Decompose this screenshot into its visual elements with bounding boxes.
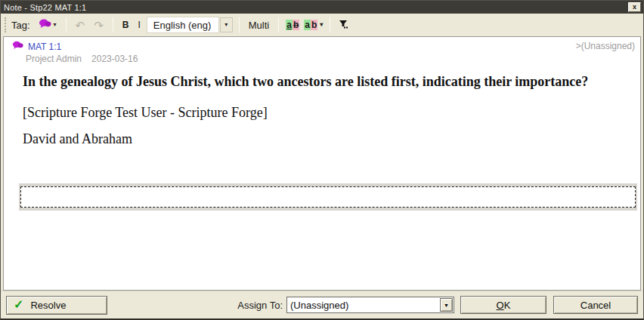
cancel-label: Cancel xyxy=(581,300,611,311)
filter-icon xyxy=(339,20,348,31)
assign-to-value: (Unassigned) xyxy=(287,300,440,311)
titlebar[interactable]: Note - Stp22 MAT 1:1 x xyxy=(1,1,643,14)
check-icon: ✓ xyxy=(14,299,23,311)
cancel-button[interactable]: Cancel xyxy=(553,296,638,314)
toolbar-separator xyxy=(330,17,330,32)
note-date: 2023-03-16 xyxy=(91,54,138,64)
remove-formatting-button[interactable]: ab xyxy=(283,18,302,32)
dialog-footer: ✓ Resolve Assign To: (Unassigned) ▼ OK C… xyxy=(1,291,643,318)
assign-to-label: Assign To: xyxy=(237,300,283,311)
language-select[interactable]: English (eng) ▾ xyxy=(147,17,233,33)
undo-icon: ↶ xyxy=(76,20,85,31)
note-toolbar: Tag: ▾ ↶ ↷ B I English (eng) xyxy=(1,14,643,36)
chevron-down-icon: ▾ xyxy=(320,22,323,28)
tag-comment-icon xyxy=(39,19,51,31)
toolbar-separator xyxy=(113,17,113,32)
assigned-status: >(Unassigned) xyxy=(576,41,635,51)
redo-icon: ↷ xyxy=(94,20,104,31)
redo-button[interactable]: ↷ xyxy=(89,18,108,32)
undo-button[interactable]: ↶ xyxy=(71,18,90,32)
language-value: English (eng) xyxy=(147,17,219,33)
reply-area xyxy=(19,183,637,211)
note-content-pane: MAT 1:1 >(Unassigned) Project Admin 2023… xyxy=(3,36,641,291)
bold-icon: B xyxy=(122,20,129,30)
window-title: Note - Stp22 MAT 1:1 xyxy=(4,3,628,12)
note-reference: MAT 1:1 xyxy=(12,41,61,52)
close-icon: x xyxy=(633,4,636,11)
multi-button[interactable]: Multi xyxy=(244,18,274,32)
dropdown-arrow-icon: ▼ xyxy=(444,303,449,308)
note-dialog-window: Note - Stp22 MAT 1:1 x Tag: ▾ ↶ ↷ xyxy=(0,0,644,320)
note-byline: Project Admin 2023-03-16 xyxy=(4,54,640,64)
toolbar-separator xyxy=(239,17,240,32)
question-text: In the genealogy of Jesus Christ, which … xyxy=(23,69,627,94)
resolve-button[interactable]: ✓ Resolve xyxy=(6,296,107,315)
bold-button[interactable]: B xyxy=(118,18,134,32)
close-button[interactable]: x xyxy=(628,2,641,12)
tag-label: Tag: xyxy=(11,20,30,31)
note-header: MAT 1:1 >(Unassigned) xyxy=(4,37,640,52)
chevron-down-icon: ▾ xyxy=(54,22,57,28)
remove-formatting-icon: ab xyxy=(286,20,299,30)
chevron-down-icon: ▾ xyxy=(224,22,228,28)
note-icon xyxy=(12,41,23,52)
reply-input[interactable] xyxy=(20,186,636,208)
language-dropdown-button[interactable]: ▾ xyxy=(220,17,233,32)
attribution-text: [Scripture Forge Test User - Scripture F… xyxy=(23,105,627,121)
multi-label: Multi xyxy=(249,20,269,31)
reference-label: MAT 1:1 xyxy=(28,42,61,52)
assign-dropdown-button[interactable]: ▼ xyxy=(440,298,453,312)
note-author: Project Admin xyxy=(26,54,82,64)
highlight-dropdown-button[interactable]: ab ▾ xyxy=(302,18,325,32)
filter-button[interactable] xyxy=(335,18,353,32)
resolve-label: Resolve xyxy=(30,300,66,311)
toolbar-grip[interactable] xyxy=(5,17,7,32)
toolbar-separator xyxy=(278,17,279,32)
italic-icon: I xyxy=(138,20,140,30)
tag-dropdown-button[interactable]: ▾ xyxy=(34,17,61,32)
italic-button[interactable]: I xyxy=(133,18,144,32)
assign-to-select[interactable]: (Unassigned) ▼ xyxy=(286,297,454,313)
ok-button[interactable]: OK xyxy=(460,296,546,314)
highlight-icon: ab xyxy=(304,20,317,30)
toolbar-separator xyxy=(66,17,67,32)
answer-text: David and Abraham xyxy=(23,131,627,147)
